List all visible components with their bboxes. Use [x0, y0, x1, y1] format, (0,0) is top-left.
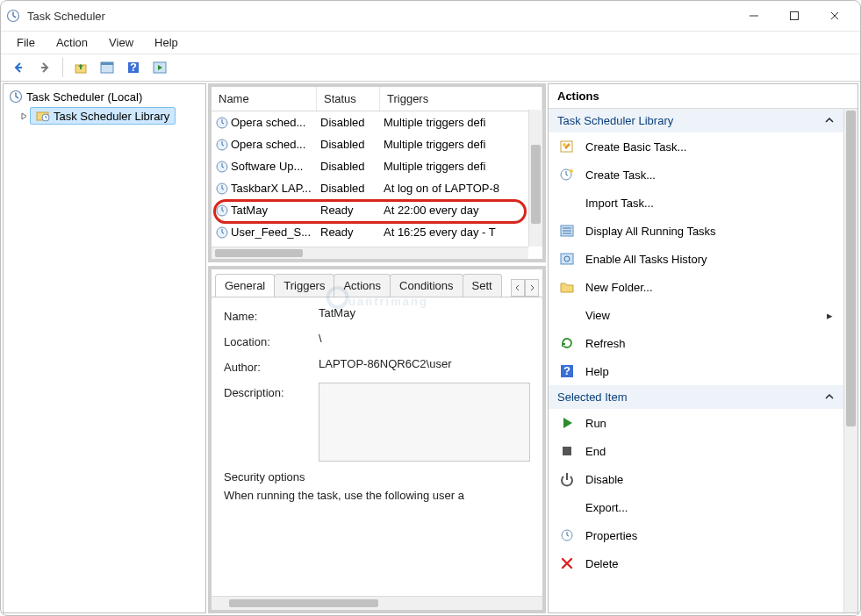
tab-scroll-right[interactable]: [525, 279, 539, 297]
tree-root[interactable]: Task Scheduler (Local): [5, 88, 204, 105]
tab-scroll-left[interactable]: [511, 279, 525, 297]
clock-icon: [215, 182, 229, 196]
toolbar-run-button[interactable]: [147, 56, 172, 79]
menu-file[interactable]: File: [8, 33, 44, 52]
label-description: Description:: [224, 383, 312, 462]
scrollbar-thumb[interactable]: [215, 249, 303, 257]
actions-pane-title: Actions: [549, 84, 857, 109]
col-status[interactable]: Status: [317, 87, 380, 111]
action-label: Delete: [585, 557, 619, 570]
task-triggers: At 16:25 every day - T: [380, 226, 542, 239]
toolbar-forward-button[interactable]: [32, 56, 57, 79]
action-view[interactable]: View▸: [549, 301, 843, 329]
action-label: Import Task...: [585, 197, 654, 210]
description-textbox[interactable]: [319, 383, 530, 462]
action-enable-history[interactable]: Enable All Tasks History: [549, 245, 843, 273]
list-icon: [559, 223, 575, 239]
actions-vertical-scrollbar[interactable]: [843, 109, 857, 612]
action-new-folder[interactable]: New Folder...: [549, 273, 843, 301]
action-properties[interactable]: Properties: [549, 521, 843, 549]
label-author: Author:: [224, 357, 312, 374]
action-refresh[interactable]: Refresh: [549, 329, 843, 357]
refresh-icon: [559, 335, 575, 351]
toolbar-uplevel-button[interactable]: [68, 56, 93, 79]
task-row[interactable]: TatMayReadyAt 22:00 every day: [212, 199, 542, 221]
action-help[interactable]: ?Help: [549, 357, 843, 385]
titlebar: Task Scheduler: [1, 1, 860, 31]
action-delete[interactable]: Delete: [549, 549, 843, 577]
col-name[interactable]: Name: [212, 87, 317, 111]
action-end[interactable]: End: [549, 437, 843, 465]
clock-icon: [215, 226, 229, 240]
tasks-vertical-scrollbar[interactable]: [528, 110, 542, 247]
export-icon: [559, 499, 575, 515]
scrollbar-thumb[interactable]: [229, 599, 378, 607]
col-triggers[interactable]: Triggers: [380, 87, 542, 111]
action-display-running[interactable]: Display All Running Tasks: [549, 217, 843, 245]
tasks-horizontal-scrollbar[interactable]: [212, 247, 528, 259]
action-label: Help: [585, 365, 609, 378]
tab-general[interactable]: General: [215, 274, 275, 297]
maximize-button[interactable]: [774, 1, 814, 31]
tab-triggers[interactable]: Triggers: [274, 274, 334, 297]
task-row[interactable]: Software Up...DisabledMultiple triggers …: [212, 155, 542, 177]
close-button[interactable]: [814, 1, 855, 31]
toolbar: ?: [1, 54, 860, 82]
task-row[interactable]: TaskbarX LAP...DisabledAt log on of LAPT…: [212, 177, 542, 199]
action-disable[interactable]: Disable: [549, 465, 843, 493]
tab-actions[interactable]: Actions: [334, 274, 391, 297]
security-options-text: When running the task, use the following…: [212, 485, 542, 502]
action-label: Refresh: [585, 337, 626, 350]
section-header-label: Selected Item: [557, 390, 628, 404]
menu-view[interactable]: View: [100, 33, 142, 52]
task-name: TaskbarX LAP...: [231, 182, 312, 195]
label-name: Name:: [224, 306, 312, 323]
minimize-button[interactable]: [734, 1, 774, 31]
task-row[interactable]: User_Feed_S...ReadyAt 16:25 every day - …: [212, 221, 542, 243]
value-author: LAPTOP-86NQR6C2\user: [319, 357, 530, 374]
task-row[interactable]: Opera sched...DisabledMultiple triggers …: [212, 133, 542, 155]
wizard-icon: [559, 139, 575, 154]
tree-expand-icon[interactable]: [19, 111, 28, 120]
history-icon: [559, 251, 575, 267]
tree-pane: Task Scheduler (Local) Task Scheduler Li…: [3, 83, 206, 613]
action-create-task[interactable]: Create Task...: [549, 161, 843, 189]
scrollbar-thumb[interactable]: [531, 145, 541, 224]
collapse-icon: [824, 114, 835, 127]
tab-conditions[interactable]: Conditions: [390, 274, 463, 297]
section-header-label: Task Scheduler Library: [557, 114, 673, 127]
toolbar-separator: [62, 58, 63, 77]
tab-scroll: [511, 279, 539, 297]
submenu-caret-icon: ▸: [827, 309, 833, 322]
value-name: TatMay: [319, 306, 530, 323]
action-label: End: [585, 445, 606, 458]
collapse-icon: [824, 390, 835, 404]
task-row[interactable]: Opera sched...DisabledMultiple triggers …: [212, 111, 542, 133]
toolbar-properties-button[interactable]: [95, 56, 119, 79]
task-triggers: Multiple triggers defi: [380, 138, 542, 151]
menu-help[interactable]: Help: [146, 33, 187, 52]
scrollbar-thumb[interactable]: [846, 111, 856, 426]
svg-rect-4: [101, 62, 113, 65]
details-horizontal-scrollbar[interactable]: [212, 596, 542, 610]
tree-library-node[interactable]: Task Scheduler Library: [30, 107, 176, 125]
actions-scroll-area: Task Scheduler Library Create Basic Task…: [549, 109, 857, 612]
task-status: Disabled: [317, 138, 380, 151]
toolbar-back-button[interactable]: [6, 56, 31, 79]
menu-action[interactable]: Action: [47, 33, 97, 52]
action-run[interactable]: Run: [549, 409, 843, 437]
action-create-basic-task[interactable]: Create Basic Task...: [549, 133, 843, 161]
action-import-task[interactable]: Import Task...: [549, 189, 843, 217]
section-header-selected[interactable]: Selected Item: [549, 385, 843, 409]
task-status: Ready: [317, 204, 380, 217]
general-form: Name: TatMay Location: \ Author: LAPTOP-…: [212, 297, 542, 470]
toolbar-help-button[interactable]: ?: [121, 56, 146, 79]
disable-icon: [559, 471, 575, 487]
tab-settings[interactable]: Sett: [463, 274, 502, 297]
action-export[interactable]: Export...: [549, 493, 843, 521]
section-header-library[interactable]: Task Scheduler Library: [549, 109, 843, 133]
folder-clock-icon: [36, 109, 50, 123]
app-clock-icon: [6, 9, 20, 23]
tasks-panel: Name Status Triggers Opera sched...Disab…: [208, 83, 546, 262]
svg-rect-22: [561, 254, 573, 264]
